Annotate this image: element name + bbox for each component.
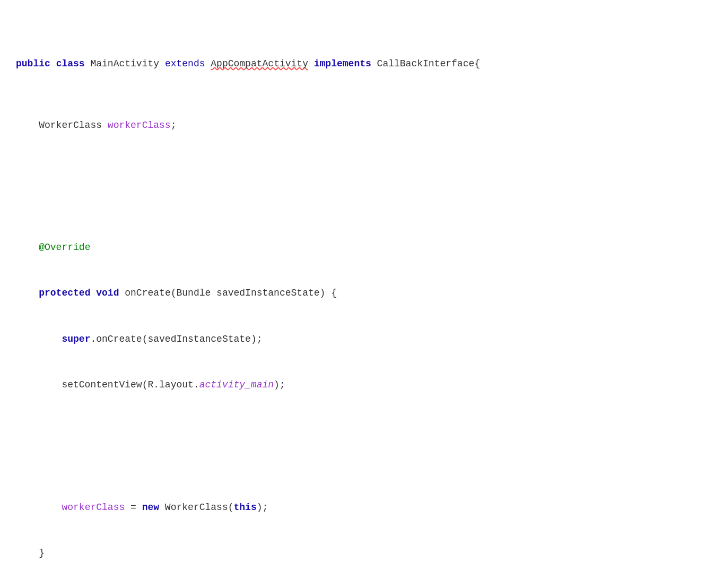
line-override1: @Override (16, 240, 698, 255)
line-worker-new: workerClass = new WorkerClass(this); (16, 500, 698, 515)
line-super-oncreate: super.onCreate(savedInstanceState); (16, 332, 698, 347)
line-close-oncreate: } (16, 546, 698, 561)
line-setcontent: setContentView(R.layout.activity_main); (16, 377, 698, 393)
line-class-main: public class MainActivity extends AppCom… (16, 56, 698, 72)
code-editor: public class MainActivity extends AppCom… (16, 11, 698, 588)
line-oncreate-sig: protected void onCreate(Bundle savedInst… (16, 286, 698, 301)
line-field-worker: WorkerClass workerClass; (16, 118, 698, 133)
